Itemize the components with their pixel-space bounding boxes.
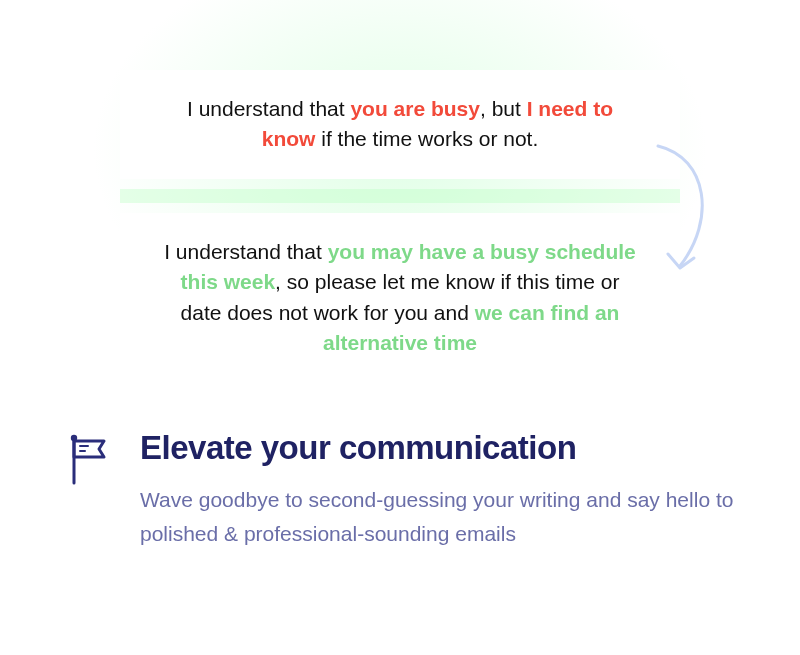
before-text-2: , but — [480, 97, 527, 120]
examples-container: I understand that you are busy, but I ne… — [120, 70, 680, 383]
before-text-3: if the time works or not. — [315, 127, 538, 150]
feature-text: Elevate your communication Wave goodbye … — [140, 429, 734, 552]
feature-section: Elevate your communication Wave goodbye … — [60, 429, 740, 552]
before-text-1: I understand that — [187, 97, 350, 120]
promo-card: I understand that you are busy, but I ne… — [0, 0, 800, 655]
divider-strip — [120, 189, 680, 203]
example-before: I understand that you are busy, but I ne… — [120, 70, 680, 179]
flag-icon — [66, 433, 110, 485]
example-after: I understand that you may have a busy sc… — [120, 213, 680, 383]
after-text-1: I understand that — [164, 240, 327, 263]
before-highlight-1: you are busy — [350, 97, 480, 120]
feature-title: Elevate your communication — [140, 429, 734, 467]
feature-description: Wave goodbye to second-guessing your wri… — [140, 483, 734, 552]
